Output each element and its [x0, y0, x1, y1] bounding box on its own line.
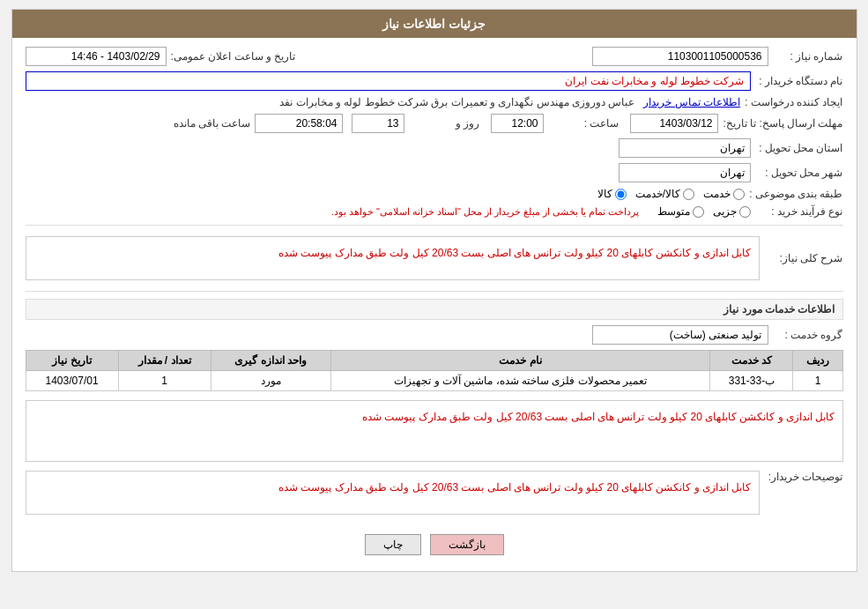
row-ostan: استان محل تحویل : — [26, 138, 843, 158]
farayand-note: پرداخت تمام یا بخشی از مبلغ خریدار از مح… — [331, 206, 640, 218]
ijad-konande-label: ایجاد کننده درخواست : — [745, 96, 842, 108]
radio-khadamat-label: خدمت — [703, 188, 731, 200]
radio-kala-khadamat[interactable]: کالا/خدمت — [635, 188, 694, 200]
ostan-input[interactable] — [619, 138, 751, 158]
service-desc-text: کابل اندازی و کانکشن کابلهای 20 کیلو ولت… — [362, 411, 835, 423]
cell-tarikh: 1403/07/01 — [26, 371, 118, 391]
shomara-label: شماره نیاز : — [773, 50, 843, 63]
cell-radif: 1 — [793, 371, 842, 391]
row-tabaqe: طبقه بندی موضوعی : خدمت کالا/خدمت کالا — [26, 188, 843, 200]
baqi-label: ساعت باقی مانده — [174, 117, 251, 130]
page-content: شماره نیاز : تاریخ و ساعت اعلان عمومی: ن… — [12, 38, 857, 571]
services-table-section: ردیف کد خدمت نام خدمت واحد اندازه گیری ت… — [26, 350, 843, 391]
radio-jozii-input[interactable] — [739, 206, 751, 218]
main-container: جزئیات اطلاعات نیاز شماره نیاز : تاریخ و… — [11, 9, 857, 572]
row-farayand: نوع فرآیند خرید : جزیی متوسط پرداخت تمام… — [26, 205, 843, 218]
cell-kod: ب-33-331 — [710, 371, 793, 391]
rooz-label: روز و — [409, 117, 479, 130]
buyer-desc-text: کابل اندازی و کانکشن کابلهای 20 کیلو ولت… — [278, 481, 751, 494]
sharh-box: کابل اندازی و کانکشن کابلهای 20 کیلو ولت… — [26, 236, 760, 280]
back-button[interactable]: بازگشت — [430, 534, 504, 555]
col-radif: ردیف — [793, 351, 842, 371]
rooz-input[interactable] — [352, 114, 404, 133]
buyer-desc-box: کابل اندازی و کانکشن کابلهای 20 کیلو ولت… — [26, 471, 760, 515]
ostan-label: استان محل تحویل : — [755, 142, 843, 154]
row-buyer-desc: توصیحات خریدار: کابل اندازی و کانکشن کاب… — [26, 467, 843, 518]
nam-dastgah-label: نام دستگاه خریدار : — [755, 75, 843, 87]
ijad-konande-value: عباس دوروزی مهندس نگهداری و تعمیرات برق … — [26, 96, 635, 108]
row-shomara: شماره نیاز : تاریخ و ساعت اعلان عمومی: — [26, 47, 843, 66]
page-title: جزئیات اطلاعات نیاز — [382, 17, 486, 31]
col-kod: کد خدمت — [710, 351, 793, 371]
buyer-desc-container: کابل اندازی و کانکشن کابلهای 20 کیلو ولت… — [26, 467, 760, 518]
radio-jozii[interactable]: جزیی — [713, 205, 751, 218]
saat-label: ساعت : — [548, 117, 619, 130]
col-vahed: واحد اندازه گیری — [211, 351, 330, 371]
row-nam-dastgah: نام دستگاه خریدار : — [26, 71, 843, 91]
col-tedad: تعداد / مقدار — [118, 351, 211, 371]
col-nam: نام خدمت — [330, 351, 710, 371]
service-section-title: اطلاعات خدمات مورد نیاز — [26, 299, 843, 320]
shahr-input[interactable] — [619, 163, 751, 182]
radio-kala-khadamat-label: کالا/خدمت — [635, 188, 680, 200]
row-mohlat: مهلت ارسال پاسخ: تا تاریخ: ساعت : روز و … — [26, 114, 843, 133]
cell-tedad: 1 — [118, 371, 211, 391]
farayand-label: نوع فرآیند خرید : — [755, 205, 843, 218]
tabaqe-radio-group: خدمت کالا/خدمت کالا — [597, 188, 745, 200]
buyer-desc-label: توصیحات خریدار: — [764, 467, 843, 483]
services-table: ردیف کد خدمت نام خدمت واحد اندازه گیری ت… — [26, 350, 843, 391]
table-row: 1 ب-33-331 تعمیر محصولات فلزی ساخته شده،… — [26, 371, 842, 391]
radio-kala-khadamat-input[interactable] — [683, 189, 694, 200]
service-desc-row: کابل اندازی و کانکشن کابلهای 20 کیلو ولت… — [26, 397, 843, 462]
farayand-radio-group: جزیی متوسط پرداخت تمام یا بخشی از مبلغ خ… — [331, 205, 751, 218]
radio-jozii-label: جزیی — [713, 205, 737, 218]
row-grohe: گروه خدمت : — [26, 325, 843, 345]
sharh-container: کابل اندازی و کانکشن کابلهای 20 کیلو ولت… — [26, 233, 760, 284]
cell-vahed: مورد — [211, 371, 330, 391]
radio-motavasset-label: متوسط — [657, 205, 690, 218]
radio-kala-input[interactable] — [615, 189, 627, 200]
print-button[interactable]: چاپ — [365, 534, 421, 555]
radio-kala-label: کالا — [597, 188, 612, 200]
tarikh-input[interactable] — [26, 47, 167, 66]
baqi-input[interactable] — [255, 114, 343, 133]
row-shahr: شهر محل تحویل : — [26, 163, 843, 182]
service-desc-box: کابل اندازی و کانکشن کابلهای 20 کیلو ولت… — [26, 400, 843, 462]
grohe-label: گروه خدمت : — [773, 329, 843, 341]
row-sharh: شرح کلی نیاز: کابل اندازی و کانکشن کابله… — [26, 233, 843, 284]
aatelaat-link[interactable]: اطلاعات تماس خریدار — [643, 96, 740, 108]
sharh-label: شرح کلی نیاز: — [764, 252, 843, 264]
col-tarikh: تاریخ نیاز — [26, 351, 118, 371]
table-header-row: ردیف کد خدمت نام خدمت واحد اندازه گیری ت… — [26, 351, 842, 371]
footer-buttons: بازگشت چاپ — [26, 524, 843, 562]
cell-nam: تعمیر محصولات فلزی ساخته شده، ماشین آلات… — [330, 371, 710, 391]
radio-khadamat-input[interactable] — [733, 189, 745, 200]
row-ijad-konande: ایجاد کننده درخواست : اطلاعات تماس خریدا… — [26, 96, 843, 108]
radio-kala[interactable]: کالا — [597, 188, 627, 200]
divider-1 — [26, 225, 843, 226]
radio-motavasset[interactable]: متوسط — [657, 205, 704, 218]
saat-input[interactable] — [491, 114, 544, 133]
page-header: جزئیات اطلاعات نیاز — [12, 10, 857, 38]
date-input[interactable] — [630, 114, 718, 133]
shomara-input[interactable] — [592, 47, 768, 66]
shahr-label: شهر محل تحویل : — [755, 167, 843, 179]
nam-dastgah-input[interactable] — [26, 71, 751, 91]
radio-motavasset-input[interactable] — [693, 206, 704, 218]
tarikh-label: تاریخ و ساعت اعلان عمومی: — [171, 50, 296, 63]
mohlat-label: مهلت ارسال پاسخ: تا تاریخ: — [723, 117, 842, 130]
grohe-input[interactable] — [592, 325, 768, 345]
radio-khadamat[interactable]: خدمت — [703, 188, 745, 200]
tabaqe-label: طبقه بندی موضوعی : — [749, 188, 842, 200]
divider-2 — [26, 291, 843, 292]
